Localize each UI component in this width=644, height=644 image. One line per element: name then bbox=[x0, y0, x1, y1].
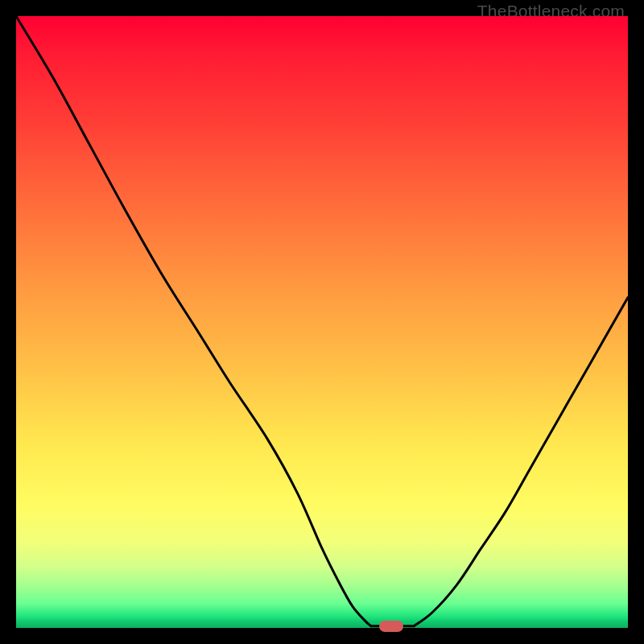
left-curve-path bbox=[16, 16, 371, 626]
right-curve-path bbox=[414, 298, 628, 626]
minimum-marker bbox=[379, 621, 403, 632]
chart-frame: TheBottleneck.com bbox=[0, 0, 644, 644]
curve-svg bbox=[16, 16, 628, 628]
plot-area bbox=[16, 16, 628, 628]
